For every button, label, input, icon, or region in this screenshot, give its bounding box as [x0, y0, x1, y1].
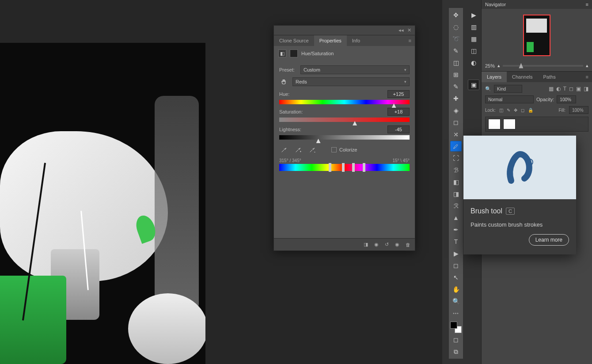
- layer-row[interactable]: [485, 117, 588, 132]
- libraries-icon[interactable]: ▣: [468, 80, 479, 90]
- close-icon[interactable]: ✕: [407, 27, 411, 33]
- navigator-preview[interactable]: [482, 9, 592, 62]
- marquee-rect-icon[interactable]: ◻: [450, 117, 462, 128]
- panel-header[interactable]: ◂◂ ✕: [274, 26, 415, 35]
- learn-more-button[interactable]: Learn more: [529, 234, 569, 246]
- tool-tooltip: Brush tool C Paints custom brush strokes…: [463, 136, 576, 254]
- targeted-adjust-icon[interactable]: [279, 77, 289, 87]
- lock-all-icon[interactable]: 🔒: [528, 108, 533, 113]
- lock-transparency-icon[interactable]: ◫: [499, 108, 503, 113]
- eraser-tool-icon[interactable]: ◧: [450, 177, 462, 187]
- tab-info[interactable]: Info: [347, 35, 365, 46]
- path-select-tool-icon[interactable]: ▶: [450, 248, 462, 259]
- mask-icon: [290, 49, 298, 57]
- hand-tool-icon[interactable]: ✋: [450, 284, 462, 295]
- histogram-icon[interactable]: ▥: [468, 22, 479, 32]
- zoom-slider[interactable]: [503, 65, 583, 67]
- reset-icon[interactable]: ↺: [385, 242, 389, 247]
- filter-smart-icon[interactable]: ▣: [576, 86, 581, 92]
- direct-select-icon[interactable]: ↖: [450, 272, 462, 283]
- lasso-tool-icon[interactable]: ➰: [450, 34, 462, 44]
- preset-label: Preset:: [279, 67, 297, 72]
- filter-type-icon[interactable]: T: [563, 86, 566, 92]
- zoom-tool-icon[interactable]: 🔍: [450, 296, 462, 307]
- opacity-label: Opacity:: [536, 97, 554, 102]
- delete-icon[interactable]: 🗑: [406, 242, 410, 247]
- screen-mode-icon[interactable]: ⧉: [450, 346, 462, 357]
- toggle-visibility-icon[interactable]: ◉: [395, 242, 399, 247]
- preset-select[interactable]: Custom: [300, 65, 410, 74]
- lightness-value[interactable]: -45: [387, 125, 410, 133]
- layers-icon[interactable]: ▦: [468, 34, 479, 44]
- zoom-level[interactable]: 25%: [485, 63, 495, 68]
- eyedropper-subtract-icon[interactable]: [307, 145, 317, 155]
- hue-slider[interactable]: [279, 100, 410, 104]
- panel-menu-icon[interactable]: ≡: [405, 35, 415, 46]
- tab-layers[interactable]: Layers: [482, 72, 507, 82]
- document-canvas[interactable]: [0, 43, 205, 364]
- shape-tool-icon[interactable]: ◻: [450, 260, 462, 271]
- patch-tool-icon[interactable]: ◈: [450, 105, 462, 116]
- frame-tool-icon[interactable]: ⊞: [450, 69, 462, 80]
- eyedropper-add-icon[interactable]: [293, 145, 303, 155]
- color-range-spectrum[interactable]: [279, 164, 410, 171]
- healing-tool-icon[interactable]: ✚: [450, 93, 462, 104]
- hue-value[interactable]: +125: [387, 90, 410, 98]
- eyedropper-tool-icon[interactable]: ✎: [450, 81, 462, 92]
- properties-panel[interactable]: ◂◂ ✕ Clone Source Properties Info ≡ ◧ Hu…: [273, 25, 415, 251]
- saturation-value[interactable]: +18: [387, 108, 410, 116]
- collapse-icon[interactable]: ◂◂: [398, 27, 404, 33]
- lock-pixels-icon[interactable]: ✎: [507, 108, 510, 113]
- lock-position-icon[interactable]: ✥: [514, 108, 517, 113]
- pen-tool-icon[interactable]: ✒: [450, 224, 462, 235]
- quick-select-tool-icon[interactable]: ✎: [450, 46, 462, 56]
- lock-artboard-icon[interactable]: ◻: [521, 108, 524, 113]
- layer-filter-select[interactable]: Kind: [494, 85, 522, 93]
- clone-stamp-tool-icon[interactable]: ⛶: [450, 153, 462, 163]
- clip-to-layer-icon[interactable]: ◨: [364, 242, 368, 247]
- history-brush-tool-icon[interactable]: ℬ: [450, 165, 462, 175]
- tab-clone-source[interactable]: Clone Source: [274, 35, 314, 46]
- crop-tool-icon[interactable]: ◫: [450, 57, 462, 68]
- eyedropper-icon[interactable]: [279, 145, 289, 155]
- edit-toolbar-icon[interactable]: •••: [450, 308, 462, 318]
- play-icon[interactable]: ▶: [468, 10, 479, 20]
- hue-label: Hue:: [279, 91, 297, 97]
- saturation-slider[interactable]: [279, 118, 410, 122]
- adjustments-icon[interactable]: ◐: [468, 57, 479, 68]
- blur-tool-icon[interactable]: ℛ: [450, 201, 462, 211]
- channel-select[interactable]: Reds: [292, 77, 410, 86]
- layers-menu-icon[interactable]: ≡: [582, 72, 592, 82]
- tab-paths[interactable]: Paths: [538, 72, 561, 82]
- search-icon[interactable]: 🔍: [485, 86, 491, 92]
- gradient-tool-icon[interactable]: ◨: [450, 189, 462, 199]
- lightness-slider[interactable]: [279, 135, 410, 140]
- filter-pixel-icon[interactable]: ▦: [549, 86, 554, 92]
- zoom-in-icon[interactable]: ▴: [586, 63, 588, 68]
- layer-mask-thumbnail: [503, 119, 516, 129]
- colorize-checkbox[interactable]: [331, 147, 337, 152]
- type-tool-icon[interactable]: T: [450, 236, 462, 247]
- tab-properties[interactable]: Properties: [314, 35, 347, 46]
- blend-mode-select[interactable]: Normal: [485, 95, 534, 103]
- quick-mask-icon[interactable]: ◻: [450, 334, 462, 345]
- filter-toggle-icon[interactable]: ◨: [584, 86, 588, 92]
- move-tool-icon[interactable]: ✥: [450, 10, 462, 20]
- panel-footer: ◨ ◉ ↺ ◉ 🗑: [274, 238, 415, 250]
- styles-icon[interactable]: ◫: [468, 46, 479, 56]
- marquee-tool-icon[interactable]: ◌: [450, 22, 462, 32]
- filter-shape-icon[interactable]: ◻: [569, 86, 573, 92]
- panel-menu-icon[interactable]: ≡: [586, 2, 588, 7]
- tab-channels[interactable]: Channels: [507, 72, 538, 82]
- opacity-value[interactable]: 100%: [557, 95, 576, 103]
- foreground-color-swatch[interactable]: [450, 322, 457, 329]
- view-previous-icon[interactable]: ◉: [374, 242, 379, 247]
- brush-tool-icon[interactable]: [450, 141, 462, 152]
- filter-adjust-icon[interactable]: ◐: [556, 86, 561, 92]
- color-swatches[interactable]: [450, 322, 462, 333]
- fill-value[interactable]: 100%: [569, 106, 588, 114]
- range-left-label: 315° / 345°: [279, 158, 301, 163]
- zoom-out-icon[interactable]: ▴: [497, 63, 500, 68]
- shuffle-icon[interactable]: ⤨: [450, 129, 462, 140]
- dodge-tool-icon[interactable]: ▲: [450, 212, 462, 223]
